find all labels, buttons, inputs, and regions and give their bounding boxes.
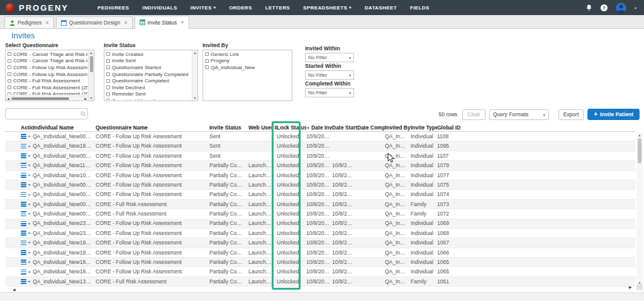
help-icon[interactable]: ? <box>601 4 608 11</box>
invite-status-option[interactable]: Questionnaire Partially Completed <box>105 71 191 78</box>
actions-menu-icon[interactable] <box>21 270 26 275</box>
scroll-right-icon[interactable]: ▶ <box>629 285 632 289</box>
actions-menu-icon[interactable] <box>21 211 26 216</box>
checkbox[interactable] <box>205 65 209 69</box>
invited-by-listbox[interactable]: Generic LinkProgenyQA_Individual_New <box>203 50 292 101</box>
scroll-down-icon[interactable]: ▼ <box>192 96 197 100</box>
menu-item-orders[interactable]: ORDERS <box>229 5 252 11</box>
column-header-questionnaire-name[interactable]: Questionnaire Name <box>96 124 209 131</box>
questionnaire-option[interactable]: CORE - Cancer Triage and Risk Assessment <box>6 51 87 58</box>
table-row[interactable]: ▾QA_Individual_New134201CORE - Full Risk… <box>5 277 635 287</box>
column-header-individual-name[interactable]: Individual Name <box>33 124 96 131</box>
invited-by-option[interactable]: Progeny <box>204 58 291 65</box>
invite-status-option[interactable]: Completed Manually <box>105 97 191 100</box>
scroll-left-icon[interactable]: ◀ <box>13 287 16 292</box>
checkbox[interactable] <box>106 79 110 83</box>
actions-cell[interactable]: ▾ <box>5 192 33 197</box>
actions-menu-icon[interactable] <box>21 231 26 236</box>
actions-cell[interactable]: ▾ <box>5 231 33 236</box>
questionnaire-option[interactable]: CORE - Cancer Triage and Risk Assessment… <box>6 58 87 65</box>
checkbox[interactable] <box>8 85 11 89</box>
questionnaire-option[interactable]: CORE - Full Risk Assessment <box>6 77 87 84</box>
actions-cell[interactable]: ▾ <box>5 134 33 139</box>
invited-by-option[interactable]: QA_Individual_New <box>204 64 291 71</box>
actions-menu-icon[interactable] <box>21 134 26 139</box>
table-row[interactable]: ▾QA_Individual_New184955CORE - Follow Up… <box>5 267 635 276</box>
column-header-date-started[interactable]: Date Started <box>332 124 357 131</box>
actions-cell[interactable]: ▾ <box>5 250 33 255</box>
questionnaire-option[interactable]: CORE - Follow Up Risk Assessment <box>6 64 87 71</box>
checkbox[interactable] <box>106 59 110 63</box>
actions-menu-icon[interactable] <box>21 221 26 226</box>
invite-status-option[interactable]: Invite Declined <box>105 84 191 91</box>
actions-menu-icon[interactable] <box>21 153 26 158</box>
column-header-invite-type[interactable]: Invite Type <box>411 124 437 131</box>
started-within-select[interactable]: No Filter ▾ <box>305 70 354 80</box>
scrollbar-thumb[interactable] <box>638 138 641 163</box>
tab-questionnaire-design[interactable]: Questionnaire Design × <box>56 16 133 28</box>
table-row[interactable]: ▾QA_Individual_New003908CORE - Follow Up… <box>5 190 635 199</box>
table-row[interactable]: ▾QA_Individual_New004041CORE - Follow Up… <box>5 151 635 161</box>
actions-menu-icon[interactable] <box>21 279 26 284</box>
column-header-invited-by[interactable]: Invited By <box>385 124 411 131</box>
vertical-scrollbar[interactable]: ▲ ▼ <box>88 50 94 101</box>
questionnaire-listbox[interactable]: CORE - Cancer Triage and Risk Assessment… <box>5 50 94 101</box>
table-vertical-scrollbar[interactable]: ▲ ▼ <box>636 133 643 285</box>
close-icon[interactable]: × <box>180 19 184 25</box>
query-formats-select[interactable]: Query Formats ▾ <box>489 109 549 120</box>
checkbox[interactable] <box>8 52 11 56</box>
caret-down-icon[interactable]: ▾ <box>635 6 636 10</box>
menu-item-fields[interactable]: FIELDS <box>410 5 430 11</box>
column-header-date-invited[interactable]: ▼Date Invi... <box>306 124 332 131</box>
invite-status-listbox[interactable]: Invite CreatedInvite SentQuestionnaire S… <box>104 50 198 101</box>
menu-item-individuals[interactable]: INDIVIDUALS <box>142 5 177 11</box>
table-row[interactable]: ▾QA_Individual_New235833CORE - Follow Up… <box>5 219 635 229</box>
invite-status-option[interactable]: Invite Sent <box>105 58 191 65</box>
table-row[interactable]: ▾QA_Individual_New192056CORE - Follow Up… <box>5 141 635 151</box>
invited-by-option[interactable]: Generic Link <box>204 51 291 58</box>
invite-status-option[interactable]: Reminder Sent <box>105 91 191 98</box>
actions-cell[interactable]: ▾ <box>5 279 33 284</box>
table-row[interactable]: ▾QA_Individual_New102529CORE - Follow Up… <box>5 171 635 180</box>
checkbox[interactable] <box>106 52 110 56</box>
questionnaire-option[interactable]: CORE - Follow Up Risk Assessment (Spanis… <box>6 71 87 78</box>
table-row[interactable]: ▾QA_Individual_New184955CORE - Follow Up… <box>5 258 635 267</box>
invite-status-option[interactable]: Questionnaire Completed <box>105 77 191 84</box>
actions-menu-icon[interactable] <box>21 250 26 255</box>
table-row[interactable]: ▾QA_Individual_New001406CORE - Full Risk… <box>5 209 635 219</box>
checkbox[interactable] <box>106 92 110 96</box>
actions-cell[interactable]: ▾ <box>5 153 33 158</box>
checkbox[interactable] <box>106 72 110 76</box>
actions-menu-icon[interactable] <box>21 260 26 265</box>
actions-menu-icon[interactable] <box>21 173 26 178</box>
invited-within-select[interactable]: No Filter ▾ <box>305 53 354 62</box>
table-row[interactable]: ▾QA_Individual_New235024CORE - Follow Up… <box>5 229 635 238</box>
export-button[interactable]: Export <box>558 109 584 120</box>
checkbox[interactable] <box>106 65 110 69</box>
column-header-lock-status[interactable]: Lock Status <box>277 124 306 131</box>
scroll-up-icon[interactable]: ▲ <box>89 51 94 55</box>
actions-cell[interactable]: ▾ <box>5 144 33 149</box>
actions-cell[interactable]: ▾ <box>5 182 33 187</box>
menu-item-invites[interactable]: INVITES▾ <box>191 5 216 11</box>
menu-item-datasheet[interactable]: DATASHEET <box>365 5 397 11</box>
column-header-actions[interactable]: Actions <box>5 124 33 131</box>
checkbox[interactable] <box>205 59 209 63</box>
actions-menu-icon[interactable] <box>21 163 26 168</box>
horizontal-scrollbar[interactable]: ◀ ▶ <box>6 96 88 101</box>
actions-menu-icon[interactable] <box>21 241 26 246</box>
invite-patient-button[interactable]: + Invite Patient <box>587 109 640 120</box>
actions-cell[interactable]: ▾ <box>5 260 33 265</box>
actions-cell[interactable]: ▾ <box>5 270 33 275</box>
table-row[interactable]: ▾QA_Individual_New005037CORE - Follow Up… <box>5 180 635 190</box>
actions-menu-icon[interactable] <box>21 182 26 187</box>
actions-menu-icon[interactable] <box>21 202 26 207</box>
completed-within-select[interactable]: No Filter ▾ <box>305 88 354 97</box>
scroll-up-icon[interactable]: ▲ <box>192 51 197 55</box>
bell-icon[interactable] <box>586 4 592 11</box>
column-header-global-id[interactable]: Global ID <box>437 124 635 131</box>
actions-cell[interactable]: ▾ <box>5 173 33 178</box>
actions-cell[interactable]: ▾ <box>5 163 33 168</box>
menu-item-spreadsheets[interactable]: SPREADSHEETS▾ <box>303 5 352 11</box>
menu-item-pedigrees[interactable]: PEDIGREES <box>97 5 129 11</box>
